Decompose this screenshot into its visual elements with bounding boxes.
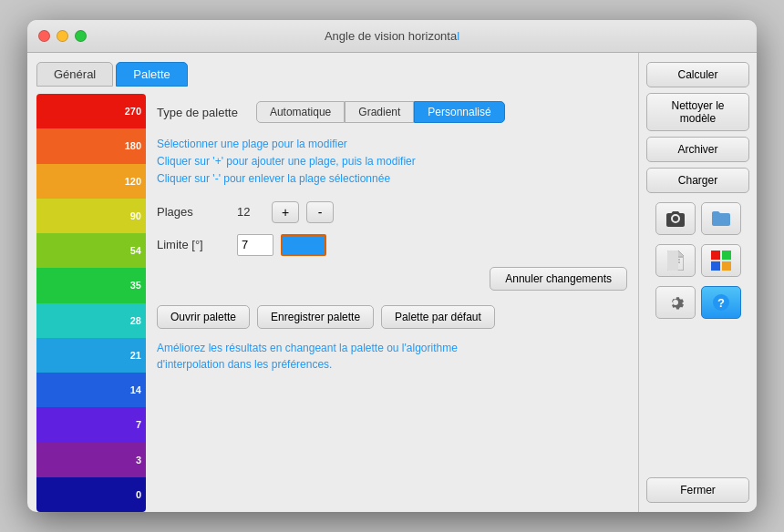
plages-value: 12	[237, 205, 264, 219]
calculer-btn[interactable]: Calculer	[646, 62, 749, 87]
main-panel: Type de palette Automatique Gradient Per…	[146, 94, 638, 512]
svg-rect-4	[722, 261, 731, 271]
fermer-btn[interactable]: Fermer	[646, 477, 749, 503]
palette-bar: 270180120905435282114730	[36, 94, 146, 512]
tabs-row: Général Palette	[27, 62, 638, 87]
svg-text:?: ?	[717, 296, 725, 310]
palette-row-10[interactable]: 3	[36, 443, 146, 477]
instructions: Sélectionner une plage pour la modifier …	[157, 136, 627, 189]
sidebar-spacer	[646, 324, 749, 472]
type-personnalise-btn[interactable]: Personnalisé	[414, 101, 504, 123]
nettoyer-btn[interactable]: Nettoyer le modèle	[646, 93, 749, 131]
sidebar-icons-row3: ?	[646, 286, 749, 319]
maximize-button[interactable]	[75, 30, 87, 42]
camera-icon-btn[interactable]	[655, 202, 696, 235]
palette-colors-icon-btn[interactable]	[701, 244, 741, 277]
remove-plage-btn[interactable]: -	[306, 201, 334, 223]
footer-line2: d'interpolation dans les préférences.	[157, 356, 627, 373]
document-icon-btn[interactable]	[655, 244, 696, 277]
svg-rect-1	[711, 251, 720, 260]
palette-type-label: Type de palette	[157, 106, 238, 119]
tab-general[interactable]: Général	[36, 62, 113, 87]
palette-row-8[interactable]: 14	[36, 373, 146, 407]
window-title: Angle de vision horizontal	[325, 29, 459, 43]
add-plage-btn[interactable]: +	[272, 201, 299, 223]
type-automatique-btn[interactable]: Automatique	[256, 101, 345, 123]
cancel-row: Annuler changements	[157, 267, 627, 291]
charger-btn[interactable]: Charger	[646, 168, 749, 193]
instruction-line3: Cliquer sur '-' pour enlever la plage sé…	[157, 170, 627, 188]
palette-row-7[interactable]: 21	[36, 338, 146, 373]
palette-row-2[interactable]: 120	[36, 164, 146, 199]
sidebar-icons-row2	[646, 244, 749, 277]
svg-rect-0	[667, 251, 678, 271]
tab-palette[interactable]: Palette	[116, 62, 187, 87]
palette-row-9[interactable]: 7	[36, 407, 146, 442]
palette-row-11[interactable]: 0	[36, 477, 146, 512]
main-area: Général Palette 270180120905435282114730…	[27, 53, 638, 512]
close-button[interactable]	[38, 30, 50, 42]
annuler-btn[interactable]: Annuler changements	[490, 267, 627, 291]
svg-rect-2	[722, 251, 731, 260]
bottom-buttons-row: Ouvrir palette Enregistrer palette Palet…	[157, 305, 627, 329]
limite-row: Limite [°]	[157, 234, 627, 256]
color-swatch[interactable]	[281, 234, 326, 256]
limite-input[interactable]	[237, 234, 273, 256]
instruction-line1: Sélectionner une plage pour la modifier	[157, 136, 627, 153]
palette-row-6[interactable]: 28	[36, 303, 146, 338]
svg-rect-3	[711, 261, 720, 271]
sidebar-icons-row1	[646, 202, 749, 235]
palette-type-row: Type de palette Automatique Gradient Per…	[157, 101, 627, 123]
plages-row: Plages 12 + -	[157, 201, 627, 223]
palette-row-5[interactable]: 35	[36, 268, 146, 302]
ouvrir-palette-btn[interactable]: Ouvrir palette	[157, 305, 250, 329]
minimize-button[interactable]	[57, 30, 68, 42]
instruction-line2: Cliquer sur '+' pour ajouter une plage, …	[157, 153, 627, 170]
palette-row-4[interactable]: 54	[36, 233, 146, 268]
archiver-btn[interactable]: Archiver	[646, 137, 749, 162]
palette-row-0[interactable]: 270	[36, 94, 146, 128]
gear-icon-btn[interactable]	[655, 286, 696, 319]
footer-note: Améliorez les résultats en changeant la …	[157, 340, 627, 373]
window-controls	[38, 30, 87, 42]
content-row: 270180120905435282114730 Type de palette…	[27, 94, 638, 512]
palette-row-3[interactable]: 90	[36, 199, 146, 233]
question-icon-btn[interactable]: ?	[701, 286, 741, 319]
plages-label: Plages	[157, 205, 230, 219]
main-window: Angle de vision horizontal Général Palet…	[27, 20, 757, 512]
enregistrer-palette-btn[interactable]: Enregistrer palette	[257, 305, 374, 329]
type-gradient-btn[interactable]: Gradient	[345, 101, 414, 123]
sidebar: Calculer Nettoyer le modèle Archiver Cha…	[638, 53, 757, 512]
footer-line1: Améliorez les résultats en changeant la …	[157, 340, 627, 356]
folder-icon-btn[interactable]	[701, 202, 741, 235]
palette-defaut-btn[interactable]: Palette par défaut	[381, 305, 495, 329]
title-bar: Angle de vision horizontal	[27, 20, 757, 53]
limite-label: Limite [°]	[157, 238, 230, 251]
window-body: Général Palette 270180120905435282114730…	[27, 53, 757, 512]
palette-row-1[interactable]: 180	[36, 128, 146, 163]
